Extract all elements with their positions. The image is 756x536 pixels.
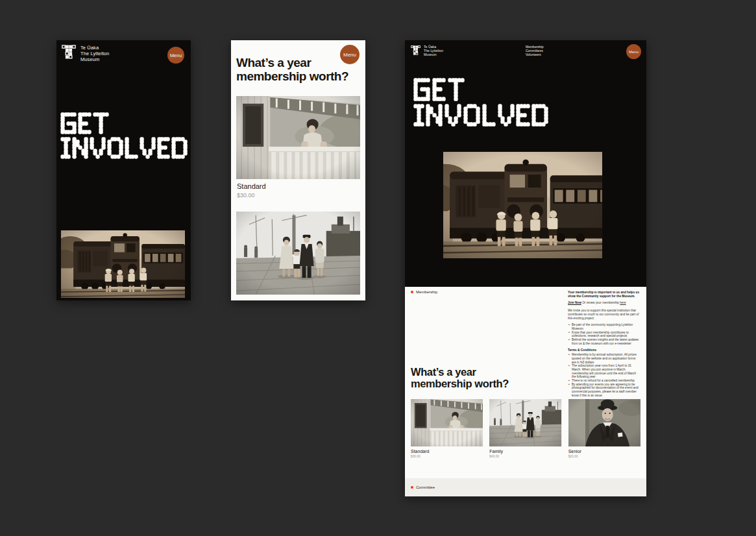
section-nav: Membership Committees Volunteers (526, 45, 544, 56)
tier-card-senior: Senior $20.00 (568, 399, 640, 458)
tier-card-family: Family $40.00 (489, 399, 561, 458)
page-heading: What’s a year membership worth? (236, 56, 348, 83)
heading-line-1: What’s a year (411, 366, 509, 378)
benefit-item: Be part of the community supporting Lytt… (568, 323, 640, 330)
headline-get-involved (61, 113, 187, 158)
headline-line-1 (61, 113, 187, 134)
menu-button[interactable]: Menu (167, 47, 184, 64)
heading-line-2: membership worth? (236, 70, 348, 84)
membership-intro: Your membership is important to us and h… (568, 291, 640, 298)
train-with-children-photo (443, 152, 602, 258)
benefit-item: Behind the scenes insights and the lates… (568, 338, 640, 345)
page-heading: What’s a year membership worth? (411, 366, 509, 389)
woman-at-ship-railing-photo (411, 399, 483, 446)
headline-get-involved (414, 79, 548, 126)
train-with-children-photo (61, 230, 185, 298)
join-now-link[interactable]: Join Now (568, 301, 581, 304)
poster-middle: Menu What’s a year membership worth? Sta… (231, 40, 365, 300)
membership-tiers: Standard $30.00 Family $40.00 Senior $20… (411, 399, 640, 458)
benefits-list: Be part of the community supporting Lytt… (568, 323, 640, 345)
benefit-item: Know that your membership contributes to… (568, 331, 640, 338)
tier-price: $30.00 (237, 192, 266, 199)
pixel-t-logo-icon (62, 45, 76, 59)
woman-at-ship-railing-photo (236, 96, 360, 179)
tier-name: Standard (411, 449, 483, 454)
terms-item: Membership is by annual subscription. Al… (568, 353, 640, 364)
design-board: { "canvas": {"background_color": "#2b2b2… (0, 0, 756, 536)
membership-section-label: Membership (411, 290, 437, 294)
brand: Te Ūaka The Lyttelton Museum (411, 45, 443, 56)
membership-text-column: Your membership is important to us and h… (568, 291, 640, 401)
section-label-text: Membership (416, 290, 437, 294)
tier-price: $40.00 (489, 455, 561, 458)
heading-line-1: What’s a year (236, 56, 348, 70)
tier-name: Family (489, 449, 561, 454)
nav-item-volunteers[interactable]: Volunteers (526, 53, 544, 57)
hero-section: Te Ūaka The Lyttelton Museum Membership … (405, 40, 646, 287)
family-on-wharf-photo (489, 399, 561, 446)
accent-dot-icon (411, 291, 413, 293)
join-renew-line: Join Now Or renew your membership here (568, 301, 640, 305)
headline-line-1 (414, 79, 548, 101)
tier-name: Senior (568, 449, 640, 454)
accent-dot-icon (411, 486, 413, 489)
tier-name: Standard (237, 182, 266, 190)
pixel-t-logo-icon (411, 45, 421, 55)
renew-here-link[interactable]: here (620, 301, 626, 304)
design-board: Te Ūaka The Lyttelton Museum Menu Menu W… (0, 0, 756, 536)
tier-price: $20.00 (568, 455, 640, 458)
headline-line-2 (414, 104, 548, 127)
committee-section-label: Committee (405, 478, 646, 496)
headline-line-2 (61, 138, 187, 158)
section-label-text: Committee (416, 485, 435, 489)
poster-right: Te Ūaka The Lyttelton Museum Membership … (405, 40, 646, 496)
join-mid-text: Or renew your membership (581, 301, 620, 304)
brand-line-3: Museum (424, 53, 443, 57)
terms-item: The subscription year runs from 1 April … (568, 364, 640, 379)
tier-card-standard: Standard $30.00 (411, 399, 483, 458)
tier-price: $30.00 (411, 455, 483, 458)
terms-list: Membership is by annual subscription. Al… (568, 353, 640, 397)
tier-standard: Standard $30.00 (237, 182, 266, 199)
brand-line-3: Museum (80, 57, 109, 63)
family-on-wharf-photo (236, 212, 360, 295)
invite-paragraph: We invite you to support this special in… (568, 309, 640, 320)
senior-man-portrait-photo (568, 399, 640, 446)
brand: Te Ūaka The Lyttelton Museum (62, 45, 109, 62)
menu-button[interactable]: Menu (626, 44, 641, 59)
terms-item: By attending our events you are agreeing… (568, 383, 640, 398)
poster-left: Te Ūaka The Lyttelton Museum Menu (56, 40, 191, 300)
heading-line-2: membership worth? (411, 378, 509, 389)
terms-title: Terms & Conditions (568, 348, 640, 352)
